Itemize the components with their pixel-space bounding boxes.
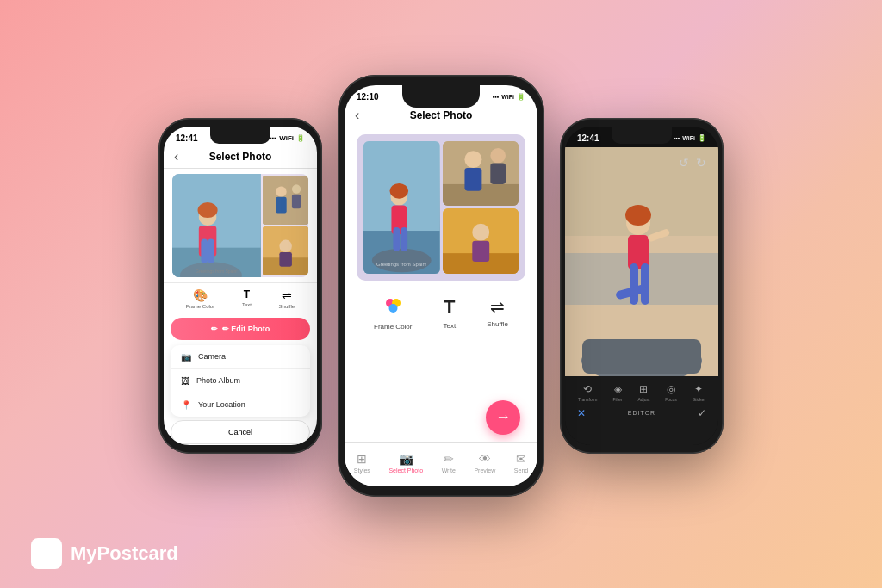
- svg-rect-14: [276, 196, 286, 213]
- svg-rect-3: [47, 554, 57, 564]
- cancel-label: Cancel: [228, 428, 252, 436]
- camera-option[interactable]: 📷 Camera: [171, 345, 310, 369]
- svg-point-31: [464, 151, 481, 168]
- sticker-tool[interactable]: ✦ Sticker: [693, 383, 705, 402]
- right-bottom-bar: ⟲ Transform ◈ Filter ⊞ Adjust ◎ Focus: [565, 376, 718, 445]
- filter-icon: ◈: [614, 383, 622, 395]
- center-back-button[interactable]: ‹: [355, 108, 359, 123]
- photo-album-icon: 🖼: [181, 376, 189, 386]
- right-photo-area: ↺ ↻: [565, 147, 718, 376]
- center-wifi-icon: WiFi: [501, 94, 514, 100]
- left-toolbar-shuffle[interactable]: ⇌ Shuffle: [279, 288, 295, 309]
- right-signal-icon: ▪▪▪: [674, 135, 680, 141]
- bottom-navigation: ⊞ Styles 📷 Select Photo ✏ Write 👁 Previe…: [345, 442, 537, 486]
- nav-styles[interactable]: ⊞ Styles: [354, 452, 370, 473]
- location-label: Your Location: [198, 400, 245, 409]
- nav-preview[interactable]: 👁 Preview: [474, 452, 495, 473]
- center-collage-top: [443, 141, 519, 207]
- svg-point-23: [372, 248, 432, 272]
- svg-rect-46: [582, 339, 701, 374]
- send-label: Send: [514, 467, 528, 473]
- left-back-button[interactable]: ‹: [174, 149, 178, 164]
- battery-icon: 🔋: [296, 134, 305, 142]
- styles-icon: ⊞: [357, 452, 367, 466]
- svg-rect-34: [490, 163, 506, 183]
- fab-next-button[interactable]: →: [486, 400, 520, 435]
- left-toolbar-text[interactable]: T Text: [242, 288, 252, 309]
- focus-label: Focus: [665, 397, 677, 402]
- frame-color-label: Frame Color: [186, 304, 214, 309]
- left-collage-main: Greetings from Spain!: [172, 174, 261, 277]
- write-icon: ✏: [444, 452, 454, 466]
- svg-rect-38: [472, 241, 489, 262]
- left-time: 12:41: [176, 133, 198, 143]
- transform-icon: ⟲: [583, 383, 592, 395]
- edit-photo-button[interactable]: ✏ ✏ Edit Photo: [171, 318, 310, 340]
- center-frame-color-icon: [383, 296, 402, 319]
- center-notch: [402, 85, 480, 108]
- location-icon: 📍: [181, 400, 191, 410]
- nav-select-photo[interactable]: 📷 Select Photo: [388, 452, 423, 473]
- nav-write[interactable]: ✏ Write: [442, 452, 456, 473]
- center-time: 12:10: [357, 92, 379, 102]
- svg-rect-50: [641, 263, 649, 305]
- photo-album-option[interactable]: 🖼 Photo Album: [171, 369, 310, 393]
- confirm-edit-button[interactable]: ✓: [698, 407, 706, 419]
- center-signal-icon: ▪▪▪: [493, 94, 499, 100]
- svg-point-33: [490, 147, 506, 163]
- right-notch: [612, 127, 672, 144]
- left-popup-menu: 📷 Camera 🖼 Photo Album 📍 Your Location: [171, 345, 310, 417]
- write-label: Write: [442, 467, 456, 473]
- svg-point-15: [292, 184, 301, 193]
- select-photo-icon: 📷: [399, 452, 413, 466]
- center-collage: Greetings from Spain!: [357, 134, 525, 281]
- camera-icon: 📷: [181, 352, 191, 362]
- left-notch: [210, 127, 270, 144]
- send-icon: ✉: [516, 452, 526, 466]
- focus-icon: ◎: [667, 383, 675, 395]
- svg-rect-1: [47, 542, 57, 552]
- right-phone: 12:41 ▪▪▪ WiFi 🔋 ↺ ↻: [560, 118, 724, 454]
- adjust-icon: ⊞: [639, 383, 648, 395]
- preview-label: Preview: [474, 467, 495, 473]
- transform-tool[interactable]: ⟲ Transform: [578, 383, 598, 402]
- left-status-icons: ▪▪▪ WiFi 🔋: [270, 134, 305, 142]
- filter-tool[interactable]: ◈ Filter: [612, 383, 622, 402]
- sticker-icon: ✦: [694, 383, 703, 395]
- brand-name: MyPostcard: [71, 542, 178, 565]
- styles-label: Styles: [354, 467, 370, 473]
- editor-label: EDITOR: [628, 410, 655, 416]
- center-collage-main: Greetings from Spain!: [363, 141, 440, 274]
- adjust-label: Adjust: [637, 397, 649, 402]
- cancel-edit-button[interactable]: ✕: [577, 407, 586, 419]
- right-status-icons: ▪▪▪ WiFi 🔋: [674, 134, 706, 142]
- edit-pencil-icon: ✏: [211, 325, 218, 333]
- text-icon: T: [244, 288, 250, 300]
- fab-arrow-icon: →: [495, 408, 511, 426]
- center-toolbar-framecolor[interactable]: Frame Color: [374, 296, 412, 331]
- center-toolbar-text[interactable]: T Text: [444, 296, 457, 331]
- focus-tool[interactable]: ◎ Focus: [665, 383, 677, 402]
- svg-rect-49: [630, 263, 638, 305]
- center-toolbar-shuffle[interactable]: ⇌ Shuffle: [487, 296, 508, 331]
- nav-send[interactable]: ✉ Send: [514, 452, 528, 473]
- svg-point-37: [472, 224, 489, 241]
- left-screen-header: ‹ Select Photo: [164, 147, 317, 169]
- svg-rect-0: [35, 542, 45, 552]
- center-frame-color-label: Frame Color: [374, 323, 412, 331]
- svg-point-19: [279, 239, 292, 252]
- center-screen-header: ‹ Select Photo: [345, 106, 537, 127]
- left-toolbar: 🎨 Frame Color T Text ⇌ Shuffle: [164, 282, 317, 313]
- adjust-tool[interactable]: ⊞ Adjust: [637, 383, 649, 402]
- cancel-button[interactable]: Cancel: [171, 420, 310, 444]
- center-screen-title: Select Photo: [410, 109, 473, 121]
- center-text-icon: T: [444, 296, 455, 319]
- left-toolbar-framecolor[interactable]: 🎨 Frame Color: [186, 288, 214, 309]
- redo-button[interactable]: ↻: [696, 156, 706, 170]
- left-screen-title: Select Photo: [209, 151, 272, 163]
- undo-button[interactable]: ↺: [679, 156, 689, 170]
- center-text-label: Text: [444, 322, 457, 330]
- location-option[interactable]: 📍 Your Location: [171, 393, 310, 417]
- edit-photo-label: ✏ Edit Photo: [222, 325, 270, 333]
- preview-icon: 👁: [479, 452, 491, 466]
